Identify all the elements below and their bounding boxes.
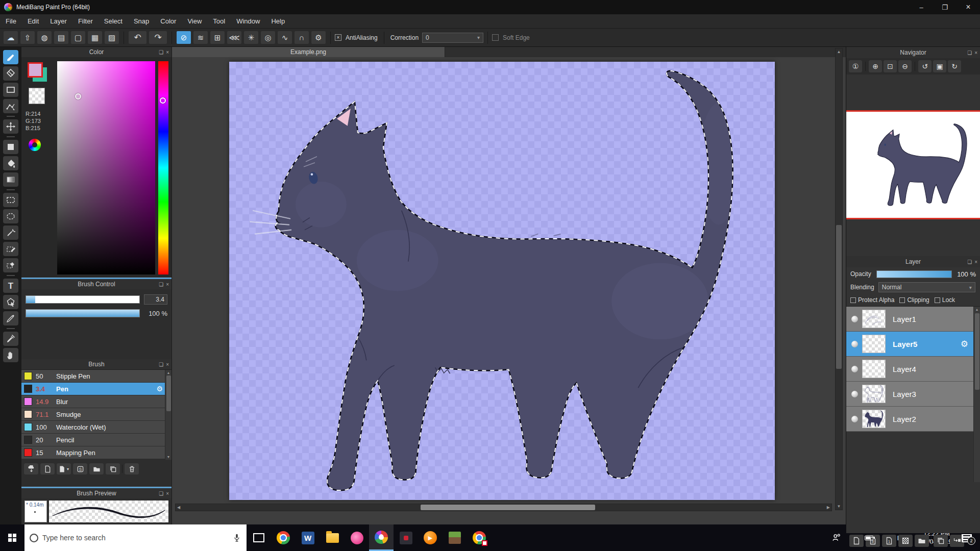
magic-wand-tool[interactable]: [3, 226, 18, 240]
zoom-out-button[interactable]: ⊖: [898, 60, 912, 72]
lasso-snap-button[interactable]: ∩: [294, 31, 309, 44]
close-icon[interactable]: ×: [974, 50, 977, 56]
brush-row-pencil[interactable]: 20 Pencil: [21, 434, 165, 446]
menu-edit[interactable]: Edit: [22, 14, 44, 28]
grid-snap-button[interactable]: ⊞: [210, 31, 225, 44]
stylus-pen-tool[interactable]: [3, 311, 18, 325]
taskbar-paint-app[interactable]: [345, 524, 369, 551]
brush-size-slider[interactable]: [26, 295, 140, 304]
taskbar-dark-app[interactable]: [394, 524, 418, 551]
snap-settings-button[interactable]: ⚙: [311, 31, 326, 44]
rotate-cw-button[interactable]: ↻: [948, 60, 961, 72]
hue-bar[interactable]: [158, 61, 168, 274]
bucket-tool[interactable]: [3, 156, 18, 170]
layer-list-scrollbar[interactable]: ▲: [973, 307, 980, 482]
menu-tool[interactable]: Tool: [207, 14, 231, 28]
select-pen-tool[interactable]: [3, 242, 18, 256]
zoom-in-button[interactable]: ⊕: [869, 60, 882, 72]
maximize-button[interactable]: ❐: [933, 0, 957, 14]
curve-snap-button[interactable]: ∿: [277, 31, 292, 44]
menu-view[interactable]: View: [182, 14, 207, 28]
scroll-down-icon[interactable]: ▼: [837, 503, 841, 510]
gradient-tool[interactable]: [3, 172, 18, 187]
popout-icon[interactable]: ❏: [967, 259, 972, 265]
brush-tip-option-button[interactable]: ⊘: [176, 31, 191, 44]
navigator-thumbnail[interactable]: [846, 110, 980, 219]
scrollbar-thumb[interactable]: [166, 375, 171, 411]
parallel-lines-option-button[interactable]: ≋: [193, 31, 208, 44]
add-brush-menu-button[interactable]: ▾: [57, 463, 71, 474]
publish-button[interactable]: ◍: [37, 31, 52, 44]
brush-row-mapping-pen[interactable]: 15 Mapping Pen: [21, 446, 165, 459]
search-input[interactable]: Type here to search: [24, 524, 247, 551]
add-halftone-layer-button[interactable]: [898, 535, 913, 547]
correction-dropdown[interactable]: 0 ▾: [422, 33, 483, 43]
layer-settings-gear-icon[interactable]: ⚙: [961, 339, 968, 349]
zoom-100-button[interactable]: ①: [849, 60, 862, 72]
protect-alpha-checkbox[interactable]: Protect Alpha: [850, 296, 894, 304]
scroll-left-icon[interactable]: ◀: [176, 505, 182, 510]
clipping-checkbox[interactable]: Clipping: [899, 296, 929, 304]
operation-select-tool[interactable]: [3, 295, 18, 309]
layer-row-layer3[interactable]: Layer3: [846, 382, 973, 407]
transparent-color-swatch[interactable]: [29, 88, 45, 104]
brush-size-value[interactable]: 3.4: [144, 294, 167, 305]
document-tab[interactable]: Example.png: [172, 47, 445, 57]
shape-tool[interactable]: [3, 83, 18, 97]
brush-row-smudge[interactable]: 71.1 Smudge: [21, 408, 165, 421]
scroll-up-icon[interactable]: ▲: [975, 307, 979, 312]
brush-row-pen-selected[interactable]: 3.4 Pen ⚙: [21, 383, 165, 395]
brush-row-watercolor[interactable]: 100 Watercolor (Wet): [21, 421, 165, 434]
popout-icon[interactable]: ❏: [159, 362, 163, 367]
foreground-color-swatch[interactable]: [28, 62, 43, 78]
delete-brush-button[interactable]: [125, 463, 139, 474]
saturation-value-picker[interactable]: [57, 61, 155, 274]
drawing-canvas[interactable]: [229, 62, 775, 500]
layer-visibility-toggle[interactable]: [851, 316, 858, 322]
layer-row-layer5-selected[interactable]: Layer5 ⚙: [846, 332, 973, 357]
move-tool[interactable]: [3, 119, 18, 134]
close-icon[interactable]: ×: [166, 49, 169, 55]
minimize-button[interactable]: –: [910, 0, 933, 14]
brush-list-scrollbar[interactable]: ▲ ▼: [165, 370, 172, 460]
task-view-button[interactable]: [247, 524, 271, 551]
start-button[interactable]: [0, 524, 24, 551]
fit-to-screen-button[interactable]: ⊡: [884, 60, 897, 72]
taskbar-chrome[interactable]: [271, 524, 296, 551]
duplicate-brush-button[interactable]: [106, 463, 120, 474]
scrollbar-thumb[interactable]: [836, 225, 842, 369]
close-icon[interactable]: ×: [166, 282, 169, 287]
menu-help[interactable]: Help: [265, 14, 290, 28]
layer-opacity-slider[interactable]: [876, 270, 952, 278]
layer-row-layer1[interactable]: Layer1: [846, 307, 973, 332]
script-brush-button[interactable]: S: [73, 463, 87, 474]
duplicate-layer-button[interactable]: [934, 535, 948, 547]
taskbar-minecraft[interactable]: [443, 524, 467, 551]
vanishing-snap-button[interactable]: ⋘: [227, 31, 242, 44]
scroll-down-icon[interactable]: ▼: [167, 454, 170, 460]
soft-edge-checkbox[interactable]: Soft Edge: [492, 34, 532, 41]
taskbar-browser-2[interactable]: [467, 524, 492, 551]
menu-filter[interactable]: Filter: [72, 14, 99, 28]
popout-icon[interactable]: ❏: [159, 49, 163, 55]
scrollbar-thumb[interactable]: [421, 505, 595, 510]
menu-window[interactable]: Window: [231, 14, 265, 28]
palette-icon[interactable]: [29, 139, 41, 151]
scroll-right-icon[interactable]: ▶: [825, 505, 831, 510]
taskbar-media-player[interactable]: ▶: [418, 524, 443, 551]
close-button[interactable]: ×: [957, 0, 980, 14]
layer-folder-button[interactable]: [915, 535, 929, 547]
canvas-vertical-scrollbar[interactable]: ▲ ▼: [835, 48, 843, 510]
select-tool[interactable]: [3, 193, 18, 207]
taskbar-medibang-active[interactable]: [369, 524, 394, 551]
close-icon[interactable]: ×: [166, 362, 169, 367]
popout-icon[interactable]: ❏: [159, 491, 163, 496]
layer-row-layer4[interactable]: Layer4: [846, 357, 973, 382]
layer-row-layer2[interactable]: Layer2: [846, 407, 973, 432]
control-point-tool[interactable]: [3, 99, 18, 113]
brush-row-stipple-pen[interactable]: 50 Stipple Pen: [21, 370, 165, 383]
lock-checkbox[interactable]: Lock: [935, 296, 955, 304]
add-layer-button[interactable]: [849, 535, 864, 547]
menu-select[interactable]: Select: [99, 14, 128, 28]
undo-button[interactable]: ↶: [128, 31, 147, 44]
